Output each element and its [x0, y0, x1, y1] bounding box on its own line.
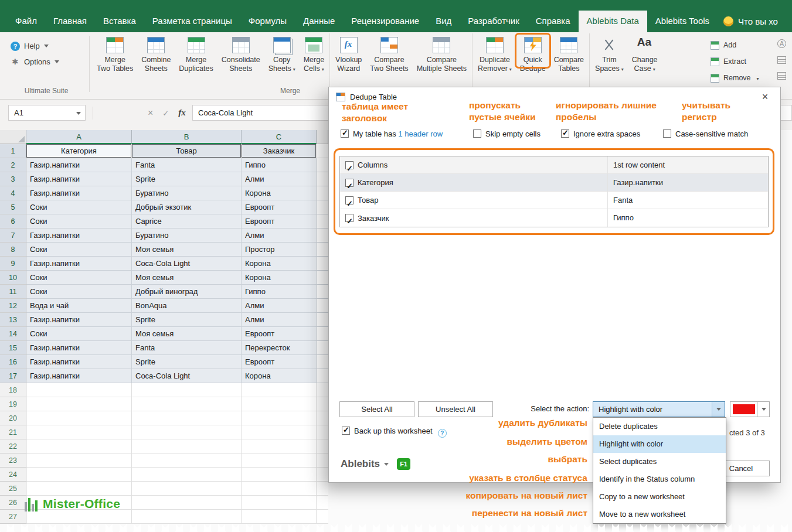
- ablebits-menu[interactable]: Ablebits F1: [341, 458, 410, 470]
- grid-cell[interactable]: Соки: [26, 285, 132, 299]
- grid-cell[interactable]: Соки: [26, 214, 132, 229]
- grid-cell[interactable]: Соки: [26, 327, 132, 341]
- grid-cell[interactable]: [132, 425, 242, 439]
- grid-cell[interactable]: [317, 355, 328, 369]
- grid-cell[interactable]: [26, 468, 132, 482]
- grid-cell[interactable]: [132, 453, 242, 468]
- row-number[interactable]: 24: [0, 468, 26, 482]
- dropdown-arrow-icon[interactable]: [757, 402, 769, 417]
- ribbon-tab[interactable]: Разработчик: [460, 11, 527, 32]
- row-number[interactable]: 5: [0, 200, 26, 214]
- ribbon-tab[interactable]: Главная: [45, 11, 95, 32]
- ribbon-small-button[interactable]: Remove: [711, 70, 759, 86]
- row-number[interactable]: 13: [0, 313, 26, 327]
- grid-cell[interactable]: Fanta: [132, 341, 242, 355]
- grid-cell[interactable]: [132, 468, 242, 482]
- close-icon[interactable]: [759, 91, 771, 103]
- grid-cell[interactable]: Sprite: [132, 313, 242, 327]
- dropdown-option[interactable]: Delete duplicates: [593, 418, 726, 435]
- row-number[interactable]: 15: [0, 341, 26, 355]
- grid-cell[interactable]: [317, 214, 328, 229]
- grid-cell[interactable]: Перекресток: [242, 341, 317, 355]
- grid-cell[interactable]: Sprite: [132, 172, 242, 186]
- action-dropdown[interactable]: Highlight with color: [593, 401, 725, 417]
- row-number[interactable]: 22: [0, 439, 26, 453]
- grid-cell[interactable]: Гиппо: [242, 285, 317, 299]
- ribbon-tab[interactable]: Справка: [528, 11, 579, 32]
- grid-cell[interactable]: [317, 158, 328, 172]
- grid-cell[interactable]: Моя семья: [132, 271, 242, 285]
- column-header-c[interactable]: C: [242, 130, 317, 144]
- row-number[interactable]: 6: [0, 214, 26, 229]
- grid-cell[interactable]: Газир.напитки: [26, 313, 132, 327]
- grid-cell[interactable]: Газир.напитки: [26, 341, 132, 355]
- row-number[interactable]: 18: [0, 383, 26, 397]
- row-number[interactable]: 10: [0, 271, 26, 285]
- checkbox[interactable]: [663, 129, 671, 138]
- grid-cell[interactable]: [317, 271, 328, 285]
- select-all-button[interactable]: Select All: [339, 401, 414, 417]
- grid-cell[interactable]: [26, 453, 132, 468]
- row-number[interactable]: 27: [0, 510, 26, 524]
- ribbon-tab[interactable]: Рецензирование: [343, 11, 427, 32]
- ribbon-tab[interactable]: Данные: [295, 11, 343, 32]
- grid-cell[interactable]: [26, 383, 132, 397]
- grid-cell[interactable]: Газир.напитки: [26, 229, 132, 243]
- grid-cell[interactable]: [317, 200, 328, 214]
- ribbon-button[interactable]: Compare Multiple Sheets: [413, 33, 473, 92]
- grid-cell[interactable]: [317, 425, 328, 439]
- columns-table-row[interactable]: Категория Газир.напитки: [340, 174, 768, 192]
- grid-cell[interactable]: [132, 397, 242, 411]
- grid-cell[interactable]: [26, 482, 132, 496]
- ribbon-tab[interactable]: Ablebits Data: [579, 11, 647, 32]
- grid-cell[interactable]: [317, 144, 328, 158]
- grid-cell[interactable]: Вода и чай: [26, 299, 132, 313]
- row-number[interactable]: 3: [0, 172, 26, 186]
- row-number[interactable]: 12: [0, 299, 26, 313]
- grid-cell[interactable]: Sprite: [132, 355, 242, 369]
- grid-cell[interactable]: Соки: [26, 271, 132, 285]
- row-number[interactable]: 19: [0, 397, 26, 411]
- grid-cell[interactable]: [242, 383, 317, 397]
- row-number[interactable]: 14: [0, 327, 26, 341]
- row-number[interactable]: 11: [0, 285, 26, 299]
- columns-table-row[interactable]: Товар Fanta: [340, 192, 768, 209]
- grid-cell[interactable]: [317, 299, 328, 313]
- row-number[interactable]: 9: [0, 257, 26, 271]
- grid-cell[interactable]: [26, 397, 132, 411]
- column-checkbox[interactable]: [345, 196, 353, 204]
- grid-cell[interactable]: Газир.напитки: [26, 172, 132, 186]
- column-header-d[interactable]: [317, 130, 328, 144]
- grid-icon[interactable]: [777, 56, 786, 64]
- grid-cell[interactable]: [242, 397, 317, 411]
- help-button[interactable]: Help: [11, 38, 59, 54]
- grid-cell[interactable]: [317, 172, 328, 186]
- checkbox[interactable]: [342, 427, 350, 435]
- grid-cell[interactable]: [317, 285, 328, 299]
- grid-cell[interactable]: Моя семья: [132, 243, 242, 257]
- grid-cell[interactable]: Моя семья: [132, 327, 242, 341]
- grid-icon[interactable]: [777, 72, 786, 80]
- grid-cell[interactable]: [242, 468, 317, 482]
- grid-cell[interactable]: [317, 186, 328, 200]
- grid-cell[interactable]: Coca-Cola Light: [132, 257, 242, 271]
- backup-checkbox[interactable]: Back up this worksheet: [342, 427, 447, 438]
- grid-cell[interactable]: [317, 243, 328, 257]
- dropdown-option[interactable]: Identify in the Status column: [593, 470, 726, 488]
- grid-cell[interactable]: [317, 510, 328, 524]
- grid-cell[interactable]: Газир.напитки: [26, 257, 132, 271]
- ribbon-tab[interactable]: Формулы: [240, 11, 295, 32]
- ribbon-tab[interactable]: Разметка страницы: [144, 11, 240, 32]
- grid-cell[interactable]: Газир.напитки: [26, 158, 132, 172]
- ignore-spaces-checkbox[interactable]: Ignore extra spaces: [561, 129, 640, 138]
- column-header-b[interactable]: B: [132, 130, 242, 144]
- grid-cell[interactable]: [242, 482, 317, 496]
- columns-checkbox[interactable]: [345, 161, 353, 169]
- help-circle-icon[interactable]: [438, 429, 447, 438]
- dropdown-arrow-icon[interactable]: [712, 402, 725, 417]
- grid-cell[interactable]: [26, 510, 132, 524]
- grid-cell[interactable]: Добрый виноград: [132, 285, 242, 299]
- ribbon-button[interactable]: Merge Duplicates: [175, 33, 217, 73]
- grid-cell[interactable]: Алми: [242, 313, 317, 327]
- color-picker[interactable]: [730, 401, 770, 417]
